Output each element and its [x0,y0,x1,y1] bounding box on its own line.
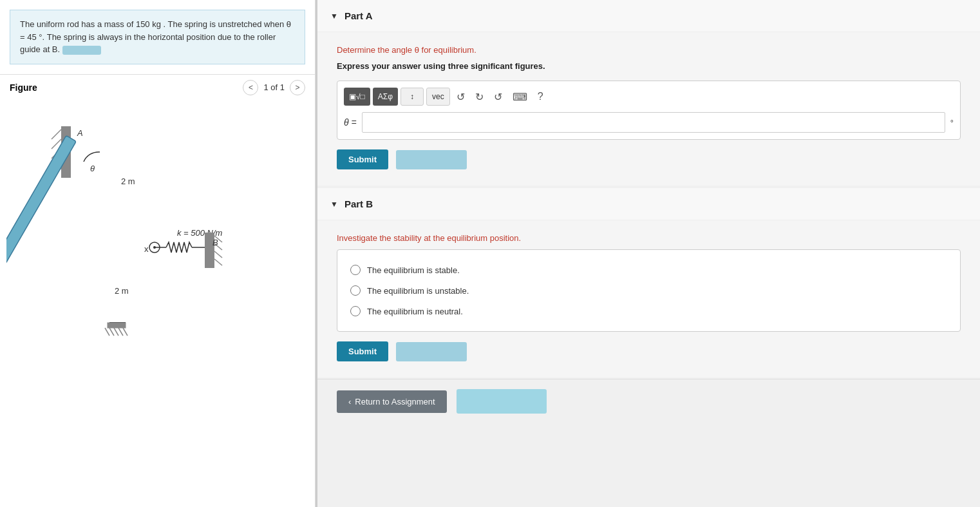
part-a-content: Determine the angle θ for equilibrium. E… [317,32,980,186]
part-a-instruction: Determine the angle θ for equilibrium. [337,45,961,55]
option-unstable[interactable]: The equilibrium is unstable. [350,280,947,301]
math-btn-undo[interactable]: ↺ [453,89,469,105]
part-a-submit-row: Submit [337,149,961,169]
figure-prev-button[interactable]: < [243,80,258,95]
bottom-blurred-action [457,389,547,414]
math-unit: ° [950,118,954,128]
bottom-bar: ‹ Return to Assignment [317,379,980,423]
part-b-content: Investigate the stability at the equilib… [317,220,980,378]
left-panel: The uniform rod has a mass of 150 kg . T… [0,0,316,507]
2m-label-bottom: 2 m [115,286,129,296]
label-X: x [144,244,149,254]
radio-unstable[interactable] [350,285,361,296]
rod-body [6,135,76,269]
math-answer-input[interactable] [362,112,945,133]
problem-text: The uniform rod has a mass of 150 kg . T… [10,10,305,64]
part-b-blurred-action [396,342,467,361]
figure-area: A θ 2 m k = 500 N/m [0,100,315,508]
svg-line-9 [105,328,109,336]
problem-text-content: The uniform rod has a mass of 150 kg . T… [20,19,291,54]
svg-line-11 [114,328,118,336]
math-input-container: ▣√□ ΑΣφ ↕ vec ↺ ↻ ↺ ⌨ ? θ = ° [337,81,961,140]
2m-label-top: 2 m [121,177,135,186]
figure-next-button[interactable]: > [290,80,305,95]
options-box: The equilibrium is stable. The equilibri… [337,249,961,332]
math-btn-refresh[interactable]: ↺ [490,89,506,105]
math-btn-help[interactable]: ? [534,89,547,104]
option-stable[interactable]: The equilibrium is stable. [350,260,947,280]
option-unstable-label: The equilibrium is unstable. [367,286,469,296]
part-b-section: ▼ Part B Investigate the stability at th… [317,188,980,378]
return-arrow-icon: ‹ [348,397,351,407]
math-label-theta: θ = [344,117,357,128]
math-btn-redo[interactable]: ↻ [471,89,487,105]
part-b-submit-row: Submit [337,341,961,361]
part-b-submit-button[interactable]: Submit [337,341,388,361]
part-a-arrow: ▼ [330,12,338,21]
part-b-arrow: ▼ [330,200,338,209]
option-neutral[interactable]: The equilibrium is neutral. [350,301,947,321]
diagram-svg: A θ 2 m k = 500 N/m [6,107,277,352]
part-a-header[interactable]: ▼ Part A [317,0,980,32]
option-stable-label: The equilibrium is stable. [367,265,460,275]
figure-header: Figure < 1 of 1 > [0,74,315,100]
label-B: B [212,238,218,247]
option-neutral-label: The equilibrium is neutral. [367,307,463,316]
part-b-title: Part B [344,198,373,209]
part-b-instruction: Investigate the stability at the equilib… [337,233,961,243]
blurred-reference [62,46,101,55]
return-label: Return to Assignment [355,397,435,407]
figure-nav: < 1 of 1 > [243,80,305,95]
svg-line-0 [52,129,61,139]
theta-label: θ [90,164,95,173]
math-toolbar: ▣√□ ΑΣφ ↕ vec ↺ ↻ ↺ ⌨ ? [344,88,954,106]
math-btn-symbols[interactable]: ΑΣφ [373,88,398,106]
figure-title: Figure [10,82,37,93]
svg-line-10 [109,328,114,336]
radio-stable[interactable] [350,265,361,275]
theta-arc [84,151,100,161]
part-a-direction: Express your answer using three signific… [337,61,961,71]
math-btn-keyboard[interactable]: ⌨ [509,89,531,105]
svg-line-7 [214,251,222,258]
svg-line-13 [123,328,127,336]
radio-neutral[interactable] [350,306,361,316]
figure-page-indicator: 1 of 1 [263,82,285,92]
math-btn-arrows[interactable]: ↕ [400,88,424,106]
part-a-blurred-action [396,150,467,169]
bottom-support-block [108,323,126,328]
part-a-section: ▼ Part A Determine the angle θ for equil… [317,0,980,186]
figure-svg: A θ 2 m k = 500 N/m [0,100,315,360]
math-btn-vec[interactable]: vec [426,88,450,106]
math-input-row: θ = ° [344,112,954,133]
part-a-title: Part A [344,10,373,21]
svg-line-8 [214,259,222,265]
part-b-header[interactable]: ▼ Part B [317,188,980,220]
right-panel: ▼ Part A Determine the angle θ for equil… [317,0,980,507]
roller-center [153,246,156,249]
label-A: A [77,128,83,138]
math-btn-template[interactable]: ▣√□ [344,88,370,106]
part-a-submit-button[interactable]: Submit [337,149,388,169]
svg-line-12 [118,328,123,336]
return-to-assignment-button[interactable]: ‹ Return to Assignment [337,390,447,413]
spring-coils [166,242,192,253]
